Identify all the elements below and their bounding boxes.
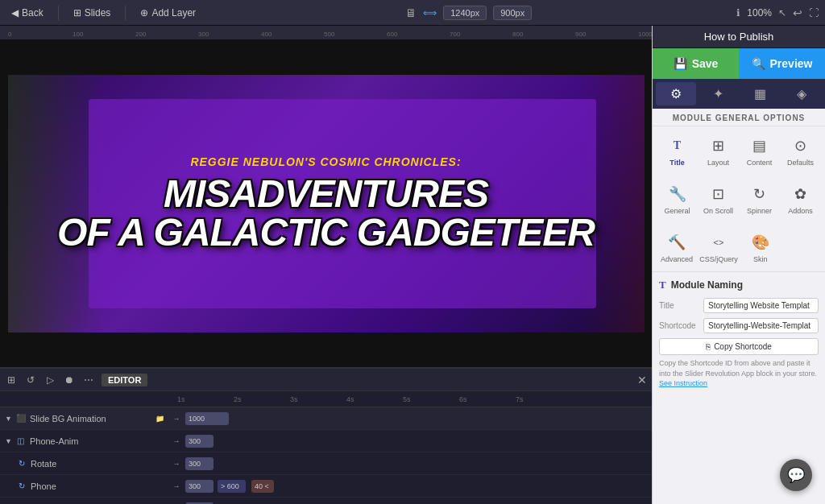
bar-label-phone-1: 300 [189,482,201,490]
ruler-mark-800: 800 [512,31,523,38]
slide-subtitle: REGGIE NEBULON'S COSMIC CHRONICLES: [190,155,461,168]
center-controls: 🖥 ⟺ 1240px 900px [405,6,532,20]
title-icon: T [666,134,689,157]
tab-settings[interactable]: ⚙ [656,82,696,105]
grid-icon[interactable]: ⊞ [5,374,18,386]
timeline-close-btn[interactable]: ✕ [637,374,647,386]
refresh-icon[interactable]: ↺ [24,374,37,386]
option-addons[interactable]: ✿ Addons [781,180,820,218]
timeline-bar-phone-1[interactable]: 300 [185,480,214,493]
add-layer-icon: ⊕ [140,7,148,19]
see-instruction-link[interactable]: See Instruction [659,379,707,387]
option-defaults-label: Defaults [787,159,814,167]
option-on-scroll[interactable]: ⊡ On Scroll [699,180,738,218]
css-jquery-icon: <> [707,231,730,254]
ruler-mark-1000: 1000 [638,31,652,38]
timeline-toolbar: ⊞ ↺ ▷ ⏺ ⋯ EDITOR ✕ [0,369,652,391]
bar-area-phone-anim: 300 [184,430,652,452]
row-name-slide-bg: Slide BG Animation [30,414,106,423]
add-layer-button[interactable]: ⊕ Add Layer [135,6,201,20]
title-line2: OF A GALACTIC GADGETEER [57,213,595,252]
option-general[interactable]: 🔧 General [657,180,697,218]
bar-label-rotate: 300 [189,460,201,468]
shortcode-field-value[interactable]: Storytelling-Website-Templat [703,318,819,333]
ruler-mark-700: 700 [450,31,460,38]
timeline-bar-rotate[interactable]: 300 [185,457,214,470]
defaults-icon: ⊙ [790,134,812,157]
ruler-mark-600: 600 [387,31,397,38]
expand-icon[interactable]: ▼ [5,415,12,423]
height-control[interactable]: 900px [493,6,532,20]
title-field-label: Title [659,301,703,310]
tab-layout[interactable]: ▦ [740,82,780,105]
timeline-bar-phone-2[interactable]: > 600 [218,480,246,493]
content-icon: ▤ [748,134,771,157]
right-panel: How to Publish 💾 Save 🔍 Preview ⚙ ✦ ▦ [652,26,825,504]
play-icon[interactable]: ▷ [44,374,56,386]
preview-label: Preview [770,57,813,70]
option-spinner[interactable]: ↻ Spinner [740,180,779,218]
row-arrow-right3: → [169,460,184,468]
tab-layers[interactable]: ◈ [781,82,822,105]
chat-button[interactable]: 💬 [780,459,812,491]
save-button[interactable]: 💾 Save [653,48,739,79]
module-naming-section: T Module Naming Title Storytelling Websi… [653,271,825,395]
option-defaults[interactable]: ⊙ Defaults [781,131,820,170]
row-name-phone-anim: Phone-Anim [30,436,79,446]
row-arrow-right2: → [169,437,184,445]
advanced-icon: 🔨 [665,231,688,254]
ruler-mark-300: 300 [198,31,209,38]
save-label: Save [692,57,719,70]
panel-tabs: ⚙ ✦ ▦ ◈ [653,79,825,109]
ruler: 0 100 200 300 400 500 600 700 800 900 10… [0,26,652,40]
shortcode-field-row: Shortcode Storytelling-Website-Templat [659,318,819,333]
option-title[interactable]: T Title [657,131,697,170]
timeline-bar-phone-3[interactable]: 40 < [251,480,274,493]
option-skin[interactable]: 🎨 Skin [741,228,780,266]
option-layout-label: Layout [707,159,729,167]
chat-icon: 💬 [787,466,805,484]
skin-icon: 🎨 [749,231,772,254]
more-icon[interactable]: ⋯ [82,374,95,386]
timeline-bar-phone-anim[interactable]: 300 [185,435,214,448]
back-icon: ◀ [11,7,19,19]
preview-button[interactable]: 🔍 Preview [739,48,825,79]
option-title-label: Title [670,159,684,167]
on-scroll-icon: ⊡ [707,183,730,205]
option-css-jquery[interactable]: <> CSS/jQuery [698,228,740,266]
collapse-icon[interactable]: ▼ [5,437,12,445]
option-advanced[interactable]: 🔨 Advanced [657,228,696,266]
slide-canvas[interactable]: REGGIE NEBULON'S COSMIC CHRONICLES: MISA… [0,40,652,367]
row-name-phone: Phone [31,481,56,491]
row-arrow: 📁 [155,415,164,423]
slide-main-title: MISADVENTURES OF A GALACTIC GADGETEER [57,175,595,252]
title-field-value[interactable]: Storytelling Website Templat [703,298,819,313]
screen-icon: ⛶ [809,7,819,19]
timeline-bar-slide-bg[interactable]: 1000 [185,412,229,425]
divider1 [58,6,59,20]
add-layer-label: Add Layer [151,7,196,19]
spinner-icon: ↻ [748,183,771,205]
time-mark-5s: 5s [403,395,459,403]
option-layout[interactable]: ⊞ Layout [699,131,738,170]
undo-icon[interactable]: ↩ [793,6,802,19]
record-icon[interactable]: ⏺ [63,374,76,386]
timeline-marks: 1s 2s 3s 4s 5s 6s 7s [169,395,652,403]
slides-label: Slides [85,7,111,19]
timeline-rows: ▼ ⬛ Slide BG Animation 📁 → 1000 [0,407,652,504]
ruler-mark-900: 900 [575,31,586,38]
slide-frame: REGGIE NEBULON'S COSMIC CHRONICLES: MISA… [8,75,645,333]
row-name-rotate: Rotate [31,459,56,469]
bar-area-slide-bg: 1000 [184,407,652,429]
copy-shortcode-button[interactable]: ⎘ Copy Shortcode [659,338,819,355]
row-label-rotate: ↻ Rotate [0,458,169,469]
timeline-time-header: 1s 2s 3s 4s 5s 6s 7s [0,391,652,407]
layout-icon: ▦ [754,86,766,101]
tab-move[interactable]: ✦ [698,82,738,105]
back-button[interactable]: ◀ Back [6,6,48,20]
option-content[interactable]: ▤ Content [740,131,779,170]
width-control[interactable]: 1240px [443,6,487,20]
slide-content: REGGIE NEBULON'S COSMIC CHRONICLES: MISA… [8,75,645,333]
slides-button[interactable]: ⊞ Slides [68,6,116,20]
rotate-icon: ↻ [16,458,27,469]
